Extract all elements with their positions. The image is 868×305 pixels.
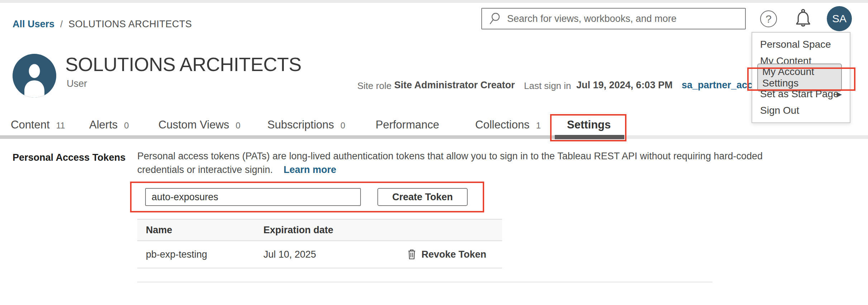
site-role-value: Site Administrator Creator xyxy=(394,80,515,91)
menu-item-my-account-settings[interactable]: My Account Settings xyxy=(752,69,850,86)
table-row: pb-exp-testing Jul 10, 2025 Revoke Token xyxy=(137,241,502,268)
notifications-bell-icon[interactable] xyxy=(794,9,812,29)
create-token-button[interactable]: Create Token xyxy=(377,188,468,206)
person-icon xyxy=(13,58,56,98)
token-name-cell: pb-exp-testing xyxy=(137,249,263,260)
revoke-token-button[interactable]: Revoke Token xyxy=(407,249,486,260)
submenu-arrow-icon: ▶ xyxy=(836,90,842,98)
tableau-user-settings-page: All Users / SOLUTIONS ARCHITECTS ? SA SO… xyxy=(0,0,868,305)
tab-count: 11 xyxy=(56,121,65,131)
token-name-input[interactable] xyxy=(145,188,361,206)
profile-avatar xyxy=(13,54,56,98)
search-input[interactable] xyxy=(507,13,745,24)
menu-item-personal-space[interactable]: Personal Space xyxy=(752,36,850,53)
menu-item-set-as-start-page[interactable]: Set as Start Page ▶ xyxy=(752,86,850,102)
tab-content[interactable]: Content 11 xyxy=(11,118,65,131)
account-dropdown-menu: Personal Space My Content My Account Set… xyxy=(752,32,850,123)
tab-performance[interactable]: Performance xyxy=(376,118,439,131)
token-expiration-cell: Jul 10, 2025 xyxy=(263,249,316,260)
tab-count: 0 xyxy=(236,121,240,131)
revoke-token-label: Revoke Token xyxy=(421,249,486,260)
tab-count: 0 xyxy=(340,121,345,131)
search-icon xyxy=(489,12,501,25)
column-header-name: Name xyxy=(137,225,263,236)
user-type-label: User xyxy=(67,78,87,89)
tab-subscriptions[interactable]: Subscriptions 0 xyxy=(267,118,345,131)
menu-item-sign-out[interactable]: Sign Out xyxy=(752,102,850,119)
column-header-expiration: Expiration date xyxy=(263,225,333,236)
tokens-table: Name Expiration date pb-exp-testing Jul … xyxy=(137,219,502,268)
trash-icon xyxy=(407,249,416,260)
pat-description-line2-text: credentials or interactive signin. xyxy=(137,164,273,175)
last-sign-in-value: Jul 19, 2024, 6:03 PM xyxy=(576,80,673,91)
pat-description-line1: Personal access tokens (PATs) are long-l… xyxy=(137,151,763,162)
last-sign-in-label: Last sign in xyxy=(524,80,571,92)
tab-alerts[interactable]: Alerts 0 xyxy=(89,118,129,131)
personal-access-tokens-label: Personal Access Tokens xyxy=(13,152,125,163)
selected-tab-underline xyxy=(555,135,624,139)
site-role-label: Site role xyxy=(357,80,391,92)
section-divider xyxy=(137,282,712,282)
tab-collections[interactable]: Collections 1 xyxy=(475,118,541,131)
breadcrumb-current: SOLUTIONS ARCHITECTS xyxy=(68,19,192,30)
tabbar-divider xyxy=(0,135,555,139)
tokens-table-header: Name Expiration date xyxy=(137,219,502,241)
help-icon[interactable]: ? xyxy=(760,10,777,27)
tabbar-divider xyxy=(624,135,868,139)
breadcrumb-all-users-link[interactable]: All Users xyxy=(13,19,54,30)
breadcrumb-separator: / xyxy=(60,19,63,29)
learn-more-link[interactable]: Learn more xyxy=(283,164,336,175)
pat-description-line2: credentials or interactive signin. Learn… xyxy=(137,164,336,175)
tab-custom-views[interactable]: Custom Views 0 xyxy=(158,118,240,131)
tab-count: 1 xyxy=(536,121,541,131)
search-box[interactable] xyxy=(481,8,746,29)
user-avatar-menu-button[interactable]: SA xyxy=(827,6,852,31)
breadcrumb: All Users / SOLUTIONS ARCHITECTS xyxy=(13,19,192,30)
page-title: SOLUTIONS ARCHITECTS xyxy=(65,53,301,75)
avatar-initials: SA xyxy=(832,13,846,25)
tab-settings[interactable]: Settings xyxy=(567,118,611,131)
top-strip xyxy=(0,0,868,3)
tab-count: 0 xyxy=(124,121,129,131)
